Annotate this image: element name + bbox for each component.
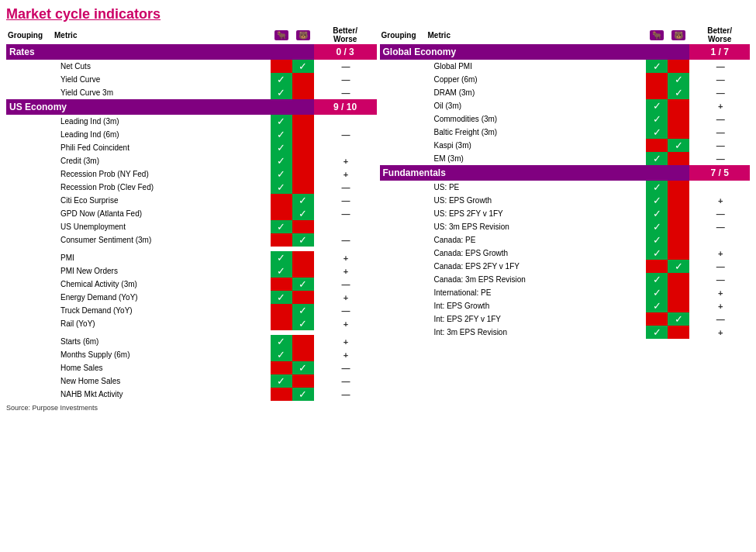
metric-grouping-cell [6,304,53,317]
metric-name-cell: Canada: 3m EPS Revision [426,273,647,286]
metric-grouping-cell [380,299,426,312]
metric-name-cell: US Unemployment [53,220,271,233]
metric-name-cell: Leading Ind (3m) [53,115,271,128]
group-name-0: Rates [6,44,314,60]
bw-cell: + [689,247,750,260]
metric-name-cell: Phili Fed Coincident [53,141,271,154]
metric-row: Months Supply (6m)✓ + [6,348,377,361]
metric-row: Recession Prob (Clev Fed)✓ — [6,181,377,194]
left-bear-icon-header: 🐻 [292,26,314,44]
group-row-0: Rates0 / 3 [6,44,377,60]
bw-cell: — [314,181,377,194]
metric-name-cell: Yield Curve 3m [53,86,271,99]
metric-name-cell: US: EPS 2FY v 1FY [426,207,647,220]
right-col-grouping: Grouping [380,26,426,44]
group-row-1: US Economy9 / 10 [6,99,377,115]
metric-row: US Unemployment✓ [6,220,377,233]
bull-cell: ✓ [271,220,292,233]
metric-name-cell: Recession Prob (Clev Fed) [53,181,271,194]
metric-row: US: PE✓ [380,181,751,194]
metric-row: US: 3m EPS Revision✓ — [380,220,751,233]
bw-cell: + [314,167,377,181]
metric-row: Chemical Activity (3m) ✓— [6,278,377,291]
bw-cell: — [689,112,750,126]
bw-cell: — [314,278,377,291]
bull-cell: ✓ [646,126,668,139]
bear-cell: ✓ [668,73,689,86]
bw-cell: + [314,264,377,278]
metric-grouping-cell [380,99,426,112]
bull-cell: ✓ [271,374,292,388]
metric-name-cell: Canada: PE [426,233,647,247]
bear-cell [668,152,689,165]
metric-grouping-cell [380,60,426,73]
bear-cell [292,335,314,348]
metric-grouping-cell [380,286,426,299]
metric-row: Energy Demand (YoY)✓ + [6,291,377,304]
metric-name-cell: US: PE [426,181,647,194]
metric-grouping-cell [380,220,426,233]
bw-cell: + [314,251,377,264]
metric-grouping-cell [380,112,426,126]
bull-cell [646,73,668,86]
bw-cell: — [689,273,750,286]
left-table: Grouping Metric 🐂 🐻 Better/Worse Rates0 … [6,26,377,401]
bear-cell: ✓ [292,317,314,330]
metric-row: Canada: EPS 2FY v 1FY ✓— [380,260,751,273]
bw-cell: — [314,60,377,73]
bear-cell: ✓ [292,361,314,374]
bw-cell: — [689,60,750,73]
bw-cell: + [689,194,750,207]
bear-cell [668,126,689,139]
metric-grouping-cell [6,251,53,264]
metric-name-cell: Credit (3m) [53,154,271,167]
bull-cell: ✓ [271,115,292,128]
metric-grouping-cell [6,374,53,388]
bull-cell: ✓ [646,99,668,112]
bw-cell: — [314,374,377,388]
bull-cell [271,317,292,330]
bw-cell: — [314,128,377,141]
metric-grouping-cell [6,317,53,330]
metric-name-cell: Energy Demand (YoY) [53,291,271,304]
bear-cell [668,286,689,299]
metric-grouping-cell [380,260,426,273]
bull-cell: ✓ [646,286,668,299]
metric-grouping-cell [6,207,53,220]
bull-cell [271,278,292,291]
metric-grouping-cell [380,326,426,339]
metric-name-cell: Consumer Sentiment (3m) [53,233,271,247]
group-name-1: US Economy [6,99,314,115]
right-panel: Grouping Metric 🐂 🐻 Better/Worse Global … [380,26,751,412]
metric-name-cell: Oil (3m) [426,99,647,112]
bull-cell [646,86,668,99]
metric-row: Home Sales ✓— [6,361,377,374]
metric-row: Credit (3m)✓ + [6,154,377,167]
bw-cell: — [689,126,750,139]
bull-cell [271,361,292,374]
group-name-0: Global Economy [380,44,690,60]
metric-row: Net Cuts ✓— [6,60,377,73]
right-bull-icon-header: 🐂 [646,26,668,44]
bear-cell [668,60,689,73]
metric-name-cell: US: 3m EPS Revision [426,220,647,233]
bull-cell: ✓ [646,233,668,247]
bear-cell [668,220,689,233]
bw-cell: — [689,220,750,233]
bull-cell [646,312,668,326]
metric-row: New Home Sales✓ — [6,374,377,388]
bw-cell: — [314,233,377,247]
metric-grouping-cell [6,291,53,304]
left-bw-header: Better/Worse [314,26,377,44]
metric-row: Yield Curve✓ — [6,73,377,86]
metric-grouping-cell [6,348,53,361]
bull-cell: ✓ [646,326,668,339]
bear-cell: ✓ [292,278,314,291]
metric-name-cell: Rail (YoY) [53,317,271,330]
bw-cell [314,220,377,233]
metric-row: Baltic Freight (3m)✓ — [380,126,751,139]
right-table: Grouping Metric 🐂 🐻 Better/Worse Global … [380,26,751,339]
metric-grouping-cell [380,139,426,152]
metric-row: Oil (3m)✓ + [380,99,751,112]
bull-cell [646,260,668,273]
